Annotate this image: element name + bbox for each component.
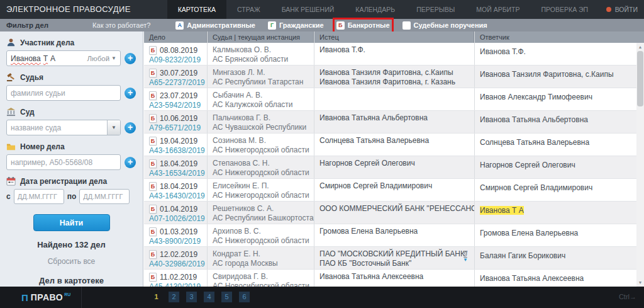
bankruptcy-case-icon: Б (149, 227, 157, 236)
nav-bank-resheniy[interactable]: БАНК РЕШЕНИЙ (271, 0, 345, 19)
filter-bar: Фильтр дел Как это работает? А Администр… (0, 19, 644, 31)
bankruptcy-icon: Б (336, 21, 345, 30)
login-label: ВОЙТИ (615, 6, 638, 13)
page-3[interactable]: 3 (186, 292, 197, 302)
table-row[interactable]: Б18.04.2019 А43-16534/2019 Степанова С. … (144, 156, 644, 179)
table-row[interactable]: Б11.02.2019 А45-4130/2019 Свиридова Г. В… (144, 270, 644, 287)
date-from-label: с (6, 192, 11, 201)
add-participant-button[interactable]: + (125, 53, 136, 64)
page-5[interactable]: 5 (221, 292, 232, 302)
table-row[interactable]: Б12.02.2019 А40-32986/2019 Кондрат Е. Н.… (144, 247, 644, 270)
court-orders-icon (402, 21, 411, 30)
pravo-ru-logo[interactable]: П ПРАВО RU (0, 287, 82, 308)
highlighted-match: Иванова Т А (480, 206, 524, 215)
page-6[interactable]: 6 (239, 292, 250, 302)
date-from-input[interactable] (14, 189, 64, 204)
cases-table: Дело Судья | текущая инстанция Истец Отв… (144, 31, 644, 287)
case-number-link[interactable]: А40-32986/2019 (149, 260, 207, 268)
status-dot-icon (606, 7, 611, 12)
table-row[interactable]: Б01.04.2019 А07-10026/2019 Решетников С.… (144, 202, 644, 224)
participant-scope-dropdown[interactable]: Любой ▼ (87, 55, 117, 62)
table-row[interactable]: Б23.07.2019 А23-5942/2019 Сыбачин А. В.А… (144, 88, 644, 111)
table-row[interactable]: Б01.03.2019 А43-8900/2019 Архипов В. С.А… (144, 224, 644, 247)
page-2[interactable]: 2 (169, 292, 179, 302)
how-it-works-link[interactable]: Как это работает? (92, 21, 150, 29)
case-number-link[interactable]: А43-8900/2019 (149, 237, 207, 246)
nav-kartoteka[interactable]: КАРТОТЕКА (167, 0, 226, 19)
court-section-label: Суд (6, 107, 143, 117)
nav-pereryvy[interactable]: ПЕРЕРЫВЫ (406, 0, 465, 19)
judge-input[interactable] (6, 85, 121, 101)
scroll-down-icon[interactable]: ▼ (636, 278, 644, 287)
case-number-link[interactable]: A09-8232/2019 (149, 55, 207, 64)
chevron-down-icon: ▼ (463, 257, 468, 263)
table-body: Б08.08.2019 A09-8232/2019 Калмыкова О. В… (144, 43, 644, 287)
bankruptcy-case-icon: Б (149, 159, 157, 168)
nav-kalendar[interactable]: КАЛЕНДАРЬ (345, 0, 406, 19)
column-judge: Судья | текущая инстанция (207, 31, 314, 43)
person-icon (6, 38, 16, 47)
case-number-link[interactable]: А07-10026/2019 (149, 214, 207, 223)
results-count: Найдено 132 дел (0, 240, 143, 249)
nav-moy-arbitr[interactable]: МОЙ АРБИТР (465, 0, 530, 19)
case-number-link[interactable]: А65-22737/2019 (149, 78, 207, 87)
page-4[interactable]: 4 (204, 292, 214, 302)
find-button[interactable]: Найти (33, 214, 110, 231)
bankruptcy-case-icon: Б (149, 205, 157, 214)
gavel-icon (6, 72, 16, 82)
tab-court-orders[interactable]: Судебные поручения (402, 21, 487, 30)
case-number-link[interactable]: А23-5942/2019 (149, 101, 207, 110)
chevron-down-icon: ▼ (111, 55, 116, 61)
tab-administrative[interactable]: А Административные (175, 21, 255, 30)
scroll-up-icon[interactable]: ▲ (636, 43, 644, 51)
case-number-link[interactable]: А43-16430/2019 (149, 191, 207, 200)
tab-bankruptcy[interactable]: Б Банкротные (336, 21, 390, 30)
filter-sidebar: Участник дела ИвановаТА Любой ▼ + Судья … (0, 31, 143, 287)
nav-proverka-ep[interactable]: ПРОВЕРКА ЭП (531, 0, 599, 19)
tab-civil[interactable]: Г Гражданские (268, 21, 324, 30)
case-number-link[interactable]: А43-16534/2019 (149, 169, 207, 178)
reg-date-section-label: Дата регистрации дела (6, 176, 143, 186)
bankruptcy-case-icon: Б (149, 137, 157, 145)
login-button[interactable]: ВОЙТИ (606, 0, 638, 19)
table-row[interactable]: Б18.04.2019 А43-16430/2019 Елисейкин Е. … (144, 179, 644, 202)
column-case: Дело (144, 31, 207, 43)
table-scrollbar[interactable]: ▲ ▼ (636, 43, 644, 287)
pagination: 1 2 3 4 5 6 (151, 292, 250, 302)
pravo-logo-icon: П (21, 292, 28, 303)
bankruptcy-case-icon: Б (149, 91, 157, 100)
table-row[interactable]: Б19.04.2019 А43-16638/2019 Созинова М. В… (144, 134, 644, 156)
case-type-tabs: А Административные Г Гражданские Б Банкр… (175, 21, 487, 30)
reset-all-link[interactable]: Сбросить все (0, 257, 143, 266)
case-number-link[interactable]: А79-6571/2019 (149, 123, 207, 132)
participant-section-label: Участник дела (6, 38, 143, 47)
add-court-button[interactable]: + (125, 122, 136, 134)
case-number-link[interactable]: А43-16638/2019 (149, 146, 207, 155)
administrative-icon: А (175, 21, 184, 30)
table-row[interactable]: Б08.08.2019 A09-8232/2019 Калмыкова О. В… (144, 43, 644, 66)
chevron-down-icon[interactable]: ▼ (107, 120, 120, 135)
column-plaintiff: Истец (314, 31, 474, 43)
judge-section-label: Судья (6, 72, 143, 82)
scrollbar-thumb[interactable] (637, 51, 643, 106)
main-nav: КАРТОТЕКА СТРАЖ БАНК РЕШЕНИЙ КАЛЕНДАРЬ П… (167, 0, 599, 19)
court-select[interactable]: название суда ▼ (6, 120, 121, 135)
bankruptcy-case-icon: Б (149, 114, 157, 123)
ctrl-scroll-hint: Ctrl→ (619, 293, 636, 300)
participant-input[interactable]: ИвановаТА Любой ▼ (6, 50, 121, 66)
table-row[interactable]: Б30.07.2019 А65-22737/2019 Мингазов Л. М… (144, 66, 644, 88)
nav-strazh[interactable]: СТРАЖ (226, 0, 271, 19)
table-row[interactable]: Б10.06.2019 А79-6571/2019 Пальчикова Г. … (144, 111, 644, 134)
date-to-label: по (67, 192, 77, 201)
date-to-input[interactable] (79, 189, 130, 204)
bankruptcy-case-icon: Б (149, 69, 157, 77)
page-1[interactable]: 1 (151, 292, 162, 302)
top-header: ЭЛЕКТРОННОЕ ПРАВОСУДИЕ КАРТОТЕКА СТРАЖ Б… (0, 0, 644, 19)
calendar-icon (6, 176, 16, 186)
case-number-input[interactable] (6, 154, 121, 170)
add-judge-button[interactable]: + (125, 88, 136, 99)
add-case-number-button[interactable]: + (125, 157, 136, 168)
folder-icon (6, 142, 16, 151)
case-number-link[interactable]: А45-4130/2019 (149, 282, 207, 287)
more-parties-badge[interactable]: 9 ▼ (463, 251, 468, 263)
